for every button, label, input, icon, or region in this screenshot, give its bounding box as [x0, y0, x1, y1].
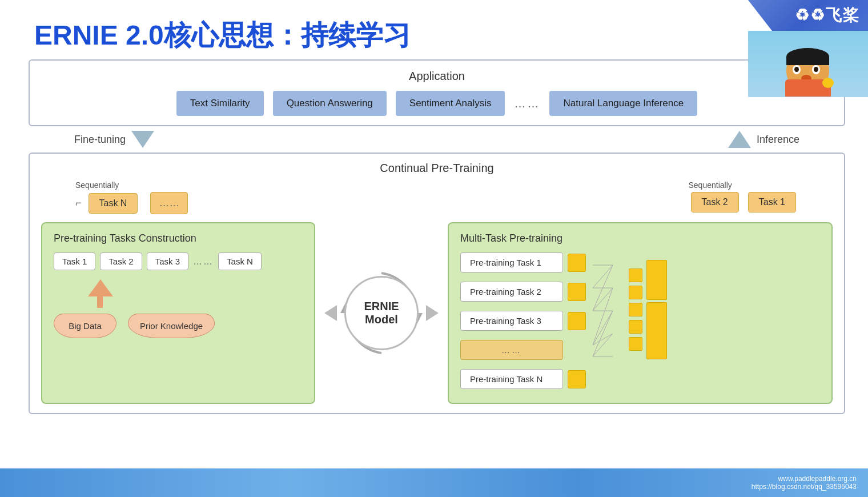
mt-square-n — [568, 370, 586, 388]
pretraining-title: Continual Pre-Training — [41, 162, 833, 175]
footer-url1: www.paddlepaddle.org.cn — [752, 475, 857, 483]
inference-label: Inference — [757, 134, 799, 146]
mt-task-row-n: Pre-training Task N — [460, 369, 586, 389]
arrows-section: Fine-tuning Inference — [29, 126, 845, 153]
svg-line-10 — [593, 334, 613, 345]
mt-task-n: Pre-training Task N — [460, 369, 563, 389]
inference-arrow: Inference — [728, 131, 799, 148]
multitask-box: Multi-Task Pre-training Pre-training Tas… — [448, 222, 833, 404]
ernie-figure — [782, 45, 834, 97]
task-btn-text-similarity[interactable]: Text Similarity — [176, 91, 264, 116]
multitask-task-list: Pre-training Task 1 Pre-training Task 2 … — [460, 252, 586, 394]
application-title: Application — [41, 70, 833, 83]
arrow-up-orange-icon — [88, 279, 113, 296]
arrow-down-icon — [131, 131, 154, 148]
arrow-shaft — [97, 296, 103, 308]
task-2-box: Task 2 — [691, 192, 739, 213]
pretraining-box: Continual Pre-Training Sequentially ⌐ Ta… — [29, 153, 845, 414]
svg-line-11 — [593, 311, 613, 356]
logo-area: ♻♻飞桨 — [748, 0, 868, 97]
nn-node-2 — [629, 286, 642, 299]
task-n-box: Task N — [89, 193, 138, 214]
nn-bar-1 — [646, 260, 667, 300]
seq-label-right: Sequentially — [689, 181, 732, 190]
right-arrow-icon — [426, 305, 439, 321]
nn-node-4 — [629, 320, 642, 334]
task-2-small: Task 2 — [100, 252, 142, 270]
nn-bar-2 — [646, 302, 667, 359]
prior-knowledge-box: Prior Knowledge — [128, 314, 215, 338]
mt-square-spacer — [568, 341, 586, 359]
sequential-row: Sequentially ⌐ Task N …… Sequentially Ta… — [41, 181, 833, 220]
nn-col-2 — [646, 260, 667, 359]
tasks-ellipsis: …… — [514, 97, 540, 110]
right-arrow — [426, 305, 439, 321]
right-seq-tasks: Task 2 Task 1 — [689, 192, 799, 213]
task-3-small: Task 3 — [147, 252, 188, 270]
ernie-circle-bg: ERNIE Model — [344, 276, 419, 350]
ernie-circle-container: ERNIE Model — [324, 262, 439, 364]
task-btn-question-answering[interactable]: Question Answering — [273, 91, 387, 116]
footer-urls: www.paddlepaddle.org.cn https://blog.csd… — [752, 475, 857, 491]
right-seq-group: Sequentially Task 2 Task 1 — [689, 181, 799, 214]
neural-net-viz — [593, 252, 667, 367]
bottom-bar: www.paddlepaddle.org.cn https://blog.csd… — [0, 468, 868, 497]
task-list-row: Task 1 Task 2 Task 3 …… Task N — [54, 252, 303, 270]
ernie-label-1: ERNIE — [364, 300, 399, 313]
nn-col-1 — [629, 268, 642, 351]
arrow-up-icon — [728, 131, 751, 148]
task-1-box: Task 1 — [748, 192, 796, 213]
page-title: ERNIE 2.0核心思想：持续学习 — [34, 17, 411, 54]
tasks-small-ellipsis: …… — [193, 252, 214, 270]
fine-tuning-label: Fine-tuning — [74, 134, 126, 146]
paddle-logo: ♻♻飞桨 — [795, 5, 860, 26]
svg-line-3 — [593, 265, 613, 288]
big-data-box: Big Data — [54, 314, 116, 338]
data-sources-row: Big Data Prior Knowledge — [54, 314, 303, 338]
left-seq-group: Sequentially ⌐ Task N …… — [75, 181, 194, 214]
nn-node-5 — [629, 337, 642, 351]
application-tasks: Text Similarity Question Answering Senti… — [41, 91, 833, 116]
nn-node-3 — [629, 303, 642, 316]
mt-square-3 — [568, 312, 586, 330]
svg-line-6 — [593, 288, 613, 311]
nn-node-1 — [629, 268, 642, 282]
mt-task-row-ellipsis: …… — [460, 340, 586, 360]
pretraining-tasks-title: Pre-training Tasks Construction — [54, 233, 303, 245]
seq-label-left: Sequentially — [75, 181, 119, 190]
bracket-left: ⌐ — [75, 197, 82, 209]
logo-banner: ♻♻飞桨 — [748, 0, 868, 31]
mt-square-2 — [568, 283, 586, 301]
fine-tuning-arrow: Fine-tuning — [74, 131, 154, 148]
left-arrow — [324, 305, 337, 321]
mt-square-1 — [568, 254, 586, 272]
task-btn-sentiment-analysis[interactable]: Sentiment Analysis — [396, 91, 505, 116]
task-btn-nli[interactable]: Natural Language Inference — [549, 91, 697, 116]
svg-line-8 — [593, 288, 613, 345]
header: ERNIE 2.0核心思想：持续学习 — [0, 0, 868, 59]
left-seq-tasks: ⌐ Task N …… — [75, 192, 194, 214]
multitask-title: Multi-Task Pre-training — [460, 233, 820, 245]
footer-url2: https://blog.csdn.net/qq_33595043 — [752, 483, 857, 491]
orange-arrow-up — [88, 279, 303, 308]
mt-ellipsis: …… — [460, 340, 563, 360]
task-ellipsis-box: …… — [150, 192, 188, 214]
multitask-content: Pre-training Task 1 Pre-training Task 2 … — [460, 252, 820, 394]
ernie-model-center: ERNIE Model — [324, 222, 439, 404]
mt-task-row-2: Pre-training Task 2 — [460, 282, 586, 302]
mt-task-row-1: Pre-training Task 1 — [460, 252, 586, 272]
task-n-small: Task N — [218, 252, 262, 270]
ernie-avatar — [748, 31, 868, 97]
pretraining-tasks-box: Pre-training Tasks Construction Task 1 T… — [41, 222, 315, 404]
mt-task-row-3: Pre-training Task 3 — [460, 311, 586, 331]
nn-connections-svg — [593, 252, 627, 367]
task-1-small: Task 1 — [54, 252, 95, 270]
ernie-label-2: Model — [365, 313, 398, 326]
application-box: Application Text Similarity Question Ans… — [29, 59, 845, 126]
mt-task-3: Pre-training Task 3 — [460, 311, 563, 331]
mt-task-1: Pre-training Task 1 — [460, 252, 563, 272]
mt-task-2: Pre-training Task 2 — [460, 282, 563, 302]
two-columns: Pre-training Tasks Construction Task 1 T… — [41, 222, 833, 404]
main-content: Application Text Similarity Question Ans… — [0, 59, 868, 420]
left-arrow-icon — [324, 305, 337, 321]
